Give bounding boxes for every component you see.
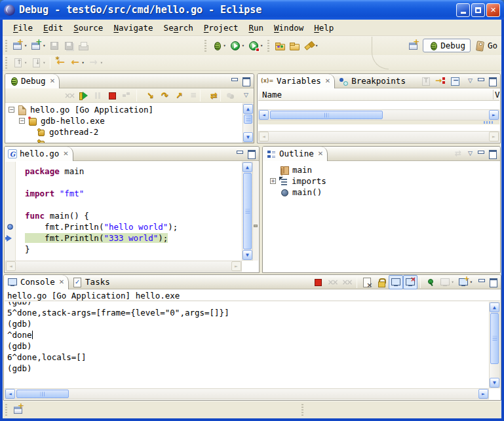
next-annotation-button[interactable]: ▾ <box>29 56 47 70</box>
variables-hscrollbar[interactable]: ◄ ► <box>258 109 499 120</box>
menu-item-run[interactable]: Run <box>243 22 269 34</box>
collapse-expander[interactable]: − <box>19 118 25 124</box>
close-button[interactable]: ✕ <box>486 3 500 17</box>
drop-to-frame-button[interactable] <box>183 88 197 103</box>
menu-item-search[interactable]: Search <box>159 22 199 34</box>
tab-outline[interactable]: Outline ✕ <box>263 147 328 161</box>
dropdown-arrow-icon[interactable]: ▾ <box>43 60 45 65</box>
column-header-name[interactable]: Name <box>258 90 493 100</box>
maximize-view-button[interactable] <box>488 149 497 158</box>
close-tab-icon[interactable]: ✕ <box>325 77 330 84</box>
perspective-go-button[interactable]: Go <box>475 41 497 51</box>
print-button[interactable] <box>76 39 90 53</box>
dropdown-arrow-icon[interactable]: ▾ <box>470 280 473 285</box>
tab-tasks[interactable]: Tasks <box>69 275 114 289</box>
fast-view-icon[interactable] <box>13 405 24 415</box>
minimize-view-button[interactable] <box>229 77 239 85</box>
maximize-view-button[interactable] <box>488 278 498 286</box>
display-console-button[interactable]: ▾ <box>438 275 456 289</box>
editor-marker-gutter[interactable] <box>5 162 16 261</box>
debug-tree-row-partial[interactable] <box>9 137 242 143</box>
dropdown-arrow-icon[interactable]: ▾ <box>100 60 103 65</box>
scroll-right-arrow[interactable]: ► <box>478 389 488 399</box>
maximize-view-button[interactable] <box>241 77 251 85</box>
outline-item-main-func[interactable]: main() <box>270 187 499 198</box>
pin-console-button[interactable] <box>423 275 438 289</box>
toolbar-grip[interactable] <box>5 57 7 69</box>
terminate-button[interactable] <box>105 88 119 103</box>
scroll-thumb[interactable] <box>270 111 383 119</box>
resume-button[interactable] <box>76 88 90 103</box>
collapse-all-button[interactable] <box>448 74 462 88</box>
statusbar-grip[interactable] <box>5 404 7 416</box>
menu-item-window[interactable]: Window <box>269 22 309 34</box>
scroll-thumb[interactable] <box>16 390 69 398</box>
open-console-button[interactable]: +▾ <box>456 275 475 289</box>
code-area[interactable]: package mainimport "fmt"func main() { fm… <box>16 162 242 261</box>
prev-annotation-button[interactable]: ▾ <box>10 56 29 70</box>
open-perspective-icon[interactable] <box>408 41 419 51</box>
tab-console[interactable]: Console ✕ <box>4 275 69 289</box>
step-over-button[interactable] <box>154 88 168 103</box>
step-return-button[interactable] <box>168 88 183 103</box>
sash-grip[interactable] <box>484 121 494 124</box>
variables-detail-pane[interactable] <box>258 124 499 131</box>
dropdown-arrow-icon[interactable]: ▾ <box>242 43 244 48</box>
maximize-view-button[interactable] <box>488 77 497 85</box>
scroll-lock-button[interactable] <box>374 275 389 289</box>
disconnect-button[interactable] <box>119 88 134 103</box>
toolbar-grip[interactable] <box>204 40 206 52</box>
maximize-button[interactable] <box>471 3 485 17</box>
outline-item-imports[interactable]: + imports <box>270 175 499 187</box>
show-stderr-button[interactable]: × <box>403 275 417 289</box>
scroll-down-arrow[interactable]: ▼ <box>243 132 253 142</box>
save-all-button[interactable] <box>62 39 76 53</box>
search-button[interactable]: ▾ <box>301 39 320 53</box>
debug-options-button[interactable] <box>223 88 238 103</box>
console-output[interactable]: (gdb)5^done,stack-args=[frame={level="0"… <box>5 302 489 388</box>
menu-item-file[interactable]: File <box>8 22 38 34</box>
titlebar[interactable]: Debug - testGo/src/cmd/hello.go - Eclips… <box>0 0 504 20</box>
link-with-editor-button[interactable] <box>448 147 462 161</box>
view-menu-button[interactable] <box>462 147 474 161</box>
scroll-thumb[interactable] <box>490 313 499 364</box>
menu-item-project[interactable]: Project <box>199 22 244 34</box>
scroll-thumb[interactable] <box>244 115 252 124</box>
tab-breakpoints[interactable]: Breakpoints <box>335 74 410 88</box>
scroll-left-arrow[interactable]: ◄ <box>259 110 269 120</box>
remove-all-launches-button[interactable] <box>339 275 354 289</box>
close-tab-icon[interactable]: ✕ <box>59 278 64 285</box>
step-into-button[interactable] <box>140 88 154 103</box>
console-hscrollbar[interactable]: ◄ ► <box>5 388 489 399</box>
terminate-button[interactable] <box>311 275 325 289</box>
tab-hello-go[interactable]: hello.go ✕ <box>5 147 73 161</box>
minimize-view-button[interactable] <box>476 278 486 286</box>
debug-tree-row[interactable]: gothread-2 <box>9 126 242 137</box>
open-resource-button[interactable] <box>287 39 301 53</box>
scroll-right-arrow[interactable]: ► <box>231 261 241 271</box>
scroll-thumb[interactable] <box>243 173 252 249</box>
scroll-right-arrow[interactable]: ► <box>489 110 499 120</box>
run-button[interactable]: ▾ <box>228 39 246 53</box>
menu-item-edit[interactable]: Edit <box>38 22 68 34</box>
open-type-button[interactable] <box>273 39 287 53</box>
console-vscrollbar[interactable]: ▲ ▼ <box>489 302 500 388</box>
remove-terminated-button[interactable] <box>62 88 76 103</box>
minimize-view-button[interactable] <box>476 77 486 85</box>
back-button[interactable]: ▾ <box>68 56 86 70</box>
dropdown-arrow-icon[interactable]: ▾ <box>223 43 225 48</box>
debug-button[interactable]: ▾ <box>210 39 227 52</box>
debug-tree-row[interactable]: − gdb-hello.exe <box>9 115 242 126</box>
outline-item-main[interactable]: main <box>270 164 499 175</box>
close-tab-icon[interactable]: ✕ <box>318 150 323 157</box>
show-type-names-button[interactable] <box>419 74 433 88</box>
close-tab-icon[interactable]: ✕ <box>50 77 55 84</box>
new-project-button[interactable]: ▾ <box>29 39 47 53</box>
editor-vscrollbar[interactable]: ▲ ▼ <box>242 162 253 261</box>
minimize-button[interactable] <box>456 3 470 17</box>
perspective-debug-button[interactable]: Debug <box>423 39 471 52</box>
tab-debug[interactable]: Debug ✕ <box>5 74 60 88</box>
view-menu-button[interactable] <box>462 74 474 88</box>
external-tools-button[interactable]: ▾ <box>246 39 265 53</box>
dropdown-arrow-icon[interactable]: ▾ <box>43 43 45 48</box>
